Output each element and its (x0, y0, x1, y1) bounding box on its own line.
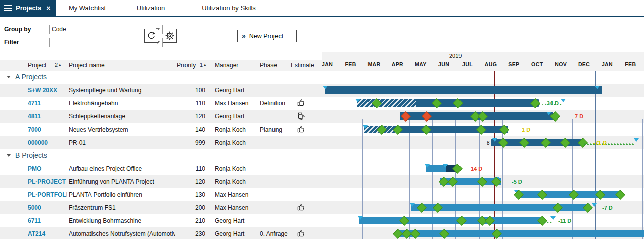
project-manager: Georg Hart (215, 217, 259, 224)
project-manager: Ronja Koch (215, 139, 259, 146)
planta-project-window: Projects × My Watchlist Utilization Util… (0, 0, 644, 239)
date-marker-icon (363, 125, 368, 129)
project-name: Aufbau eines Project Office (69, 165, 175, 172)
month-gridline (619, 71, 619, 239)
project-phase: Planung (260, 126, 292, 133)
project-name: Fräszentrum FS1 (69, 204, 175, 211)
date-marker-icon (595, 86, 600, 89)
project-name: Automatisches Notrufsystem (Automotive) (69, 230, 175, 237)
project-code[interactable]: 5000 (28, 204, 67, 211)
project-manager: Max Hansen (215, 191, 259, 198)
end-date-marker-icon (592, 203, 597, 207)
month-gridline (339, 71, 339, 239)
gantt-bar-4711[interactable] (357, 99, 539, 107)
bar-prefix-label: 8 (487, 140, 490, 146)
gantt-bar-AT214[interactable] (396, 230, 644, 237)
project-phase: 0. Anfrage (260, 230, 292, 237)
thumbs-up-icon[interactable] (297, 229, 307, 238)
planned-hatch-section (357, 99, 416, 107)
month-gridline (362, 71, 363, 239)
project-manager: Georg Hart (215, 113, 259, 120)
date-marker-icon (425, 164, 430, 168)
project-priority: 210 (171, 217, 205, 224)
project-name: PR-01 (69, 139, 175, 146)
project-name: Neues Vertriebsystem (69, 126, 175, 133)
project-name: Schleppkettenanlage (69, 113, 175, 120)
buffer-days-label: -5 D (512, 179, 522, 185)
project-priority: 140 (171, 126, 205, 133)
thumbs-up-icon[interactable] (297, 99, 307, 108)
buffer-days-label: 1 D (522, 127, 530, 133)
project-code[interactable]: 6711 (28, 217, 67, 224)
group-label: B Projects (15, 151, 47, 159)
project-priority: 120 (171, 113, 205, 120)
project-manager: Ronja Koch (215, 126, 259, 133)
project-priority: 110 (171, 100, 205, 107)
month-gridline (572, 71, 573, 239)
project-code[interactable]: 4711 (28, 100, 67, 107)
date-marker-icon (492, 138, 497, 142)
thumbs-neutral-icon[interactable] (297, 112, 307, 121)
today-line (494, 71, 495, 239)
buffer-days-label: -71 D (593, 140, 607, 146)
project-code[interactable]: S+W 20XX (28, 87, 67, 94)
group-label: A Projects (15, 73, 47, 81)
project-name: Elektrohängebahn (69, 100, 175, 107)
project-manager: Ronja Koch (215, 178, 259, 185)
project-code[interactable]: 4811 (28, 113, 67, 120)
year-start-line (595, 71, 596, 239)
month-gridline (479, 71, 480, 239)
project-priority: 999 (171, 139, 205, 146)
project-name: Entwicklung Bohrmaschine (69, 217, 175, 224)
date-marker-icon (358, 216, 363, 220)
panel-divider (322, 17, 322, 239)
project-priority: 200 (171, 204, 205, 211)
buffer-days-label: -11 D (558, 218, 571, 224)
project-code[interactable]: PMO (28, 165, 67, 172)
project-manager: Georg Hart (215, 87, 259, 94)
month-gridline (432, 71, 433, 239)
project-code[interactable]: PL-PORTFOLIO (28, 191, 67, 198)
date-marker-icon (323, 86, 328, 89)
project-manager: Georg Hart (215, 230, 259, 237)
project-priority: 120 (171, 178, 205, 185)
buffer-days-label: 7 D (575, 113, 583, 120)
buffer-days-label: 14 D (471, 166, 482, 172)
chevron-down-icon[interactable] (7, 154, 11, 157)
date-marker-icon (443, 164, 448, 168)
project-manager: Max Hansen (215, 100, 259, 107)
month-gridline (642, 71, 643, 239)
end-date-marker-icon (550, 216, 556, 220)
project-name: PLANTA Portfolio einführen (69, 191, 175, 198)
project-manager: Max Hansen (215, 204, 259, 211)
month-gridline (409, 71, 410, 239)
project-code[interactable]: 000000 (28, 139, 67, 146)
thumbs-up-icon[interactable] (297, 203, 307, 212)
month-gridline (549, 71, 549, 239)
project-priority: 100 (171, 87, 205, 94)
month-gridline (502, 71, 503, 239)
project-manager: Ronja Koch (215, 165, 259, 172)
project-name: Systempflege und Wartung (69, 87, 175, 94)
month-gridline (386, 71, 386, 239)
project-priority: 130 (171, 191, 205, 198)
project-name: Einführung von PLANTA Project (69, 178, 175, 185)
thumbs-up-icon[interactable] (297, 125, 307, 134)
project-code[interactable]: PL-PROJECT (28, 178, 67, 185)
end-date-marker-icon (634, 138, 639, 142)
month-gridline (455, 71, 456, 239)
gantt-bar-S+W 20XX[interactable] (325, 86, 602, 94)
month-gridline (526, 71, 526, 239)
date-marker-icon (410, 203, 415, 207)
delay-chevrons-icon (584, 140, 635, 145)
gantt-chart-area: -34 D7 D1 D8-71 D14 D-5 D-7 D-11 D (322, 71, 644, 239)
chevron-down-icon[interactable] (7, 76, 11, 78)
project-code[interactable]: 7000 (28, 126, 67, 133)
date-marker-icon (355, 99, 360, 102)
project-code[interactable]: AT214 (28, 230, 67, 237)
buffer-days-label: -34 D (545, 100, 559, 106)
project-priority: 230 (171, 230, 205, 237)
gantt-bar-6711[interactable] (359, 217, 544, 224)
project-priority: 110 (171, 165, 205, 172)
project-phase: Definition (260, 100, 292, 107)
